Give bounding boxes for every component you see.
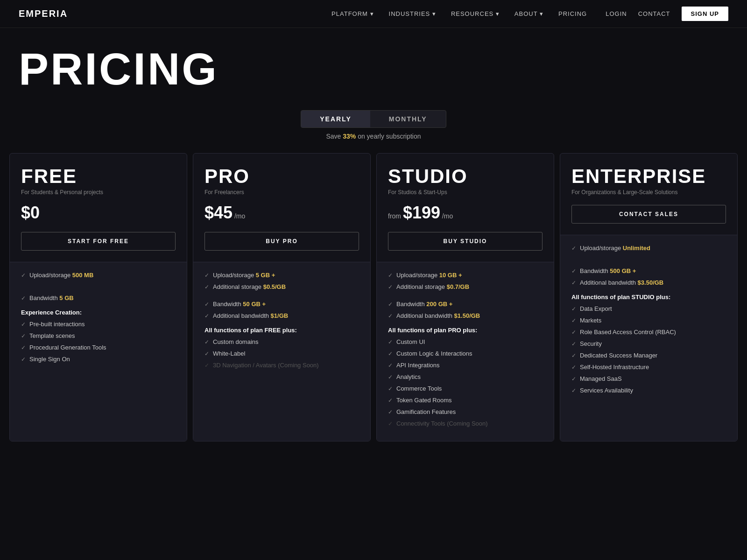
- feature-item: ✓ API Integrations: [388, 362, 543, 369]
- feature-text: Upload/storage 10 GB +: [396, 272, 462, 279]
- feature-text: Custom domains: [213, 338, 259, 345]
- check-icon: ✓: [388, 420, 393, 427]
- check-icon: ✓: [571, 317, 576, 324]
- plan-header: FREE For Students & Personal projects $0…: [10, 154, 187, 262]
- feature-text: Custom Logic & Interactions: [396, 350, 472, 357]
- plan-features: ✓ Upload/storage 10 GB + ✓ Additional st…: [377, 262, 554, 441]
- nav-link-industries[interactable]: INDUSTRIES ▾: [389, 10, 436, 17]
- check-icon: ✓: [21, 321, 26, 328]
- feature-item: ✓ Analytics: [388, 373, 543, 380]
- hero-section: PRICING: [0, 28, 747, 101]
- feature-item: ✓ Role Based Access Control (RBAC): [571, 329, 726, 336]
- plan-card-enterprise: ENTERPRISE For Organizations & Large-Sca…: [560, 153, 738, 441]
- feature-text: Template scenes: [29, 332, 75, 339]
- check-icon: ✓: [204, 362, 209, 369]
- feature-text: Commerce Tools: [396, 385, 442, 392]
- feature-text: Upload/storage 5 GB +: [213, 272, 275, 279]
- signup-button[interactable]: SIGN UP: [682, 7, 728, 21]
- feature-text: Procedural Generation Tools: [29, 344, 106, 351]
- check-icon: ✓: [204, 350, 209, 357]
- check-icon: ✓: [204, 301, 209, 308]
- nav-links: PLATFORM ▾INDUSTRIES ▾RESOURCES ▾ABOUT ▾…: [331, 10, 587, 17]
- save-text: Save 33% on yearly subscription: [326, 133, 421, 140]
- nav-link-resources[interactable]: RESOURCES ▾: [451, 10, 500, 17]
- feature-item: ✓ Bandwidth 5 GB: [21, 294, 176, 301]
- save-percent: 33%: [343, 133, 356, 140]
- feature-item: ✓ Dedicated Success Manager: [571, 352, 726, 359]
- feature-item: ✓ White-Label: [204, 350, 359, 357]
- yearly-toggle[interactable]: YEARLY: [301, 111, 370, 127]
- plan-name: STUDIO: [388, 167, 543, 186]
- feature-text: Additional storage $0.7/GB: [396, 283, 469, 290]
- feature-text: Analytics: [396, 373, 421, 380]
- plan-tagline: For Studios & Start-Ups: [388, 189, 543, 196]
- feature-item: ✓ Commerce Tools: [388, 385, 543, 392]
- feature-text: Connectivity Tools (Coming Soon): [396, 420, 488, 427]
- feature-text: Dedicated Success Manager: [580, 352, 657, 359]
- check-icon: ✓: [204, 272, 209, 279]
- feature-text: Self-Hosted Infrastructure: [580, 364, 649, 371]
- feature-item: ✓ Upload/storage 10 GB +: [388, 272, 543, 279]
- monthly-toggle[interactable]: MONTHLY: [370, 111, 446, 127]
- feature-item: ✓ 3D Navigation / Avatars (Coming Soon): [204, 362, 359, 369]
- buy-studio-button[interactable]: BUY STUDIO: [388, 232, 543, 251]
- nav-link-login[interactable]: LOGIN: [606, 10, 627, 17]
- buy-pro-button[interactable]: BUY PRO: [204, 232, 359, 251]
- plan-card-free: FREE For Students & Personal projects $0…: [9, 153, 187, 441]
- feature-text: Role Based Access Control (RBAC): [580, 329, 676, 336]
- feature-text: White-Label: [213, 350, 245, 357]
- check-icon: ✓: [571, 376, 576, 382]
- feature-text: Additional bandwidth $3.50/GB: [580, 279, 663, 286]
- feature-item: ✓ Additional bandwidth $1.50/GB: [388, 312, 543, 319]
- nav-link-platform[interactable]: PLATFORM ▾: [331, 10, 374, 17]
- feature-item: ✓ Single Sign On: [21, 356, 176, 363]
- feature-text: Managed SaaS: [580, 375, 622, 382]
- logo[interactable]: EMPERIA: [19, 8, 68, 19]
- check-icon: ✓: [388, 374, 393, 380]
- plan-name: ENTERPRISE: [571, 167, 726, 186]
- feature-section-title: Experience Creation:: [21, 309, 176, 316]
- check-icon: ✓: [388, 284, 393, 290]
- feature-text: Upload/storage Unlimited: [580, 245, 650, 252]
- nav-link-about[interactable]: ABOUT ▾: [514, 10, 543, 17]
- feature-text: Additional bandwidth $1/GB: [213, 312, 288, 319]
- feature-item: ✓ Custom Logic & Interactions: [388, 350, 543, 357]
- feature-item: ✓ Additional bandwidth $3.50/GB: [571, 279, 726, 286]
- plan-features: ✓ Upload/storage 5 GB + ✓ Additional sto…: [193, 262, 370, 441]
- nav-link-contact[interactable]: CONTACT: [638, 10, 670, 17]
- feature-text: Additional storage $0.5/GB: [213, 283, 286, 290]
- check-icon: ✓: [571, 280, 576, 286]
- feature-item: ✓ Custom UI: [388, 338, 543, 345]
- check-icon: ✓: [21, 344, 26, 351]
- nav-link-pricing[interactable]: PRICING: [558, 10, 587, 17]
- plan-header: STUDIO For Studios & Start-Ups from $199…: [377, 154, 554, 262]
- feature-text: Single Sign On: [29, 356, 70, 363]
- plan-price: $45 /mo: [204, 203, 359, 223]
- feature-text: Custom UI: [396, 338, 425, 345]
- feature-item: ✓ Upload/storage 500 MB: [21, 272, 176, 279]
- feature-item: ✓ Additional bandwidth $1/GB: [204, 312, 359, 319]
- feature-text: Bandwidth 50 GB +: [213, 301, 266, 308]
- plan-name: PRO: [204, 167, 359, 186]
- check-icon: ✓: [21, 333, 26, 339]
- check-icon: ✓: [204, 313, 209, 319]
- feature-item: ✓ Connectivity Tools (Coming Soon): [388, 420, 543, 427]
- feature-text: Bandwidth 500 GB +: [580, 267, 636, 274]
- check-icon: ✓: [388, 301, 393, 308]
- feature-item: ✓ Managed SaaS: [571, 375, 726, 382]
- check-icon: ✓: [571, 341, 576, 347]
- contact-sales-button[interactable]: CONTACT SALES: [571, 205, 726, 224]
- feature-section-title: All functions of plan STUDIO plus:: [571, 294, 726, 301]
- plan-card-pro: PRO For Freelancers $45 /mo BUY PRO ✓ Up…: [193, 153, 371, 441]
- feature-item: ✓ Procedural Generation Tools: [21, 344, 176, 351]
- feature-item: ✓ Services Availability: [571, 387, 726, 394]
- plan-features: ✓ Upload/storage 500 MB ✓ Bandwidth 5 GB…: [10, 262, 187, 441]
- feature-item: ✓ Pre-built interactions: [21, 321, 176, 328]
- feature-text: Upload/storage 500 MB: [29, 272, 93, 279]
- feature-text: Additional bandwidth $1.50/GB: [396, 312, 480, 319]
- feature-item: ✓ Bandwidth 50 GB +: [204, 301, 359, 308]
- feature-item: ✓ Upload/storage Unlimited: [571, 245, 726, 252]
- start-free-button[interactable]: START FOR FREE: [21, 232, 176, 251]
- check-icon: ✓: [21, 356, 26, 363]
- check-icon: ✓: [21, 272, 26, 279]
